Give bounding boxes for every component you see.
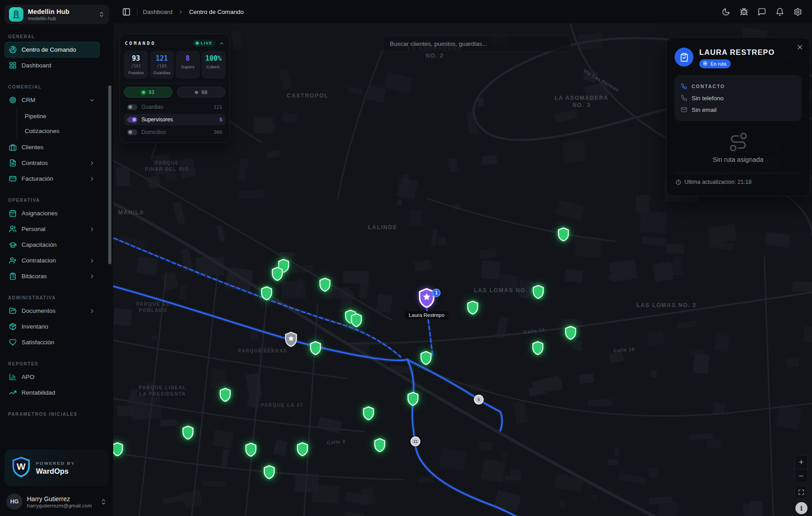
clock-icon xyxy=(675,179,681,185)
workspace-switcher[interactable]: Medellin Hub medellin-hub xyxy=(4,4,109,24)
sidebar-item-pipeline[interactable]: Pipeline xyxy=(25,109,100,124)
map-search-input[interactable]: Buscar clientes, puestos, guardias... xyxy=(383,36,571,52)
stat-puestos: 93 /161 Puestos xyxy=(124,51,148,79)
brand-name: WardOps xyxy=(36,467,75,476)
topbar-feedback-icon[interactable] xyxy=(757,7,767,17)
sidebar-item-facturacion[interactable]: Facturación xyxy=(4,171,100,187)
route-waypoint-marker[interactable]: 11 xyxy=(410,436,420,446)
guard-post-marker[interactable] xyxy=(263,465,275,481)
sidebar-item-contratacion[interactable]: Contratacion xyxy=(4,253,100,268)
guard-post-marker[interactable] xyxy=(319,278,331,294)
guard-post-marker[interactable] xyxy=(565,326,577,342)
sidebar-item-crm[interactable]: CRM xyxy=(4,92,100,108)
svg-text:W: W xyxy=(17,461,26,472)
filter-pill-inactive[interactable]: 68 xyxy=(177,87,225,98)
email-value: Sin email xyxy=(692,107,717,113)
layer-toggle-supervisores[interactable]: Supervisores 5 xyxy=(124,114,225,125)
user-email: harrygutierrezm@gmail.com xyxy=(27,503,96,508)
command-panel-title: COMANDO xyxy=(125,40,193,46)
sidebar-item-rentabilidad[interactable]: Rentabilidad xyxy=(4,385,100,400)
inactive-supervisor-marker[interactable] xyxy=(284,332,298,349)
topbar-settings-icon[interactable] xyxy=(793,7,803,17)
sidebar-item-satisfaccion[interactable]: Satisfacción xyxy=(4,334,100,350)
guard-post-marker[interactable] xyxy=(219,388,231,404)
user-menu[interactable]: HG Harry Gutierrez harrygutierrezm@gmail… xyxy=(4,492,109,512)
sidebar-item-inventario[interactable]: Inventario xyxy=(4,319,100,334)
sidebar-item-contratos[interactable]: Contratos xyxy=(4,155,100,171)
sidebar-item-label: Facturación xyxy=(22,175,84,182)
route-icon xyxy=(675,132,802,152)
sidebar-item-documentos[interactable]: Documentos xyxy=(4,303,100,319)
topbar-notifications-icon[interactable] xyxy=(775,7,785,17)
guard-post-marker[interactable] xyxy=(362,406,375,422)
guard-post-marker[interactable] xyxy=(260,286,273,302)
layer-toggle-guardias[interactable]: Guardias 121 xyxy=(124,101,225,113)
guard-post-marker[interactable] xyxy=(296,442,309,458)
toggle-off[interactable] xyxy=(127,129,137,135)
sidebar-item-label: Centro de Comando xyxy=(22,46,95,53)
collapse-panel-button[interactable] xyxy=(219,40,225,46)
sidebar-item-label: Satisfacción xyxy=(22,339,95,346)
workspace-logo-icon xyxy=(9,7,23,22)
fullscreen-button[interactable] xyxy=(794,485,808,499)
route-empty-text: Sin ruta asignada xyxy=(675,156,802,163)
chevrons-up-down-icon xyxy=(100,498,107,505)
sidebar-item-capacitacion[interactable]: Capacitación xyxy=(4,237,100,253)
sidebar-item-cotizaciones[interactable]: Cotizaciones xyxy=(25,124,100,138)
breadcrumb-dashboard[interactable]: Dashboard xyxy=(143,9,172,15)
zoom-in-button[interactable] xyxy=(795,455,808,469)
live-dot xyxy=(196,42,199,44)
sidebar-item-clientes[interactable]: Clientes xyxy=(4,139,100,155)
chevron-right-icon xyxy=(89,226,95,232)
sidebar-item-bitacoras[interactable]: Bitácoras xyxy=(4,268,100,284)
topbar-divider xyxy=(137,8,137,16)
guard-post-marker[interactable] xyxy=(374,438,386,454)
guard-post-marker[interactable] xyxy=(532,341,544,357)
sidebar-toggle-button[interactable] xyxy=(121,7,132,17)
topbar-debug-icon[interactable] xyxy=(739,7,749,17)
guard-post-marker[interactable] xyxy=(182,426,194,441)
mail-icon xyxy=(681,107,687,113)
chevron-right-icon xyxy=(89,160,95,166)
sidebar-item-label: Contratacion xyxy=(22,257,84,264)
phone-icon xyxy=(681,95,687,101)
filter-pill-active[interactable]: 93 xyxy=(124,87,172,98)
supervisor-detail-card: LAURA RESTREPO En ruta CONTACTO Sin tele… xyxy=(666,37,810,196)
sidebar: Medellin Hub medellin-hub GENERAL Centro… xyxy=(0,0,113,516)
sidebar-subitems: PipelineCotizaciones xyxy=(17,109,100,138)
sidebar-item-label: Documentos xyxy=(22,307,84,314)
guard-post-marker[interactable] xyxy=(467,301,479,316)
guard-post-marker[interactable] xyxy=(407,392,419,408)
sidebar-item-dashboard[interactable]: Dashboard xyxy=(4,58,100,73)
sidebar-scrollbar[interactable] xyxy=(108,85,111,264)
guard-post-marker[interactable] xyxy=(113,442,124,458)
map-attribution-button[interactable]: i xyxy=(795,502,808,514)
sidebar-section-label: PARAMETROS INICIALES xyxy=(8,412,100,417)
sidebar-nav: GENERAL Centro de Comando DashboardCOMER… xyxy=(0,29,113,419)
sidebar-item-label: Clientes xyxy=(22,144,95,151)
chevron-right-icon xyxy=(89,308,95,314)
map-canvas[interactable]: LA ASOMADERANO. 2CASTROPOLLA ASOMADERANO… xyxy=(113,23,812,516)
guard-post-marker[interactable] xyxy=(309,341,322,357)
topbar-dark-mode-icon[interactable] xyxy=(721,7,731,17)
guard-post-marker[interactable] xyxy=(532,285,544,301)
guard-post-marker[interactable] xyxy=(245,443,257,458)
toggle-off[interactable] xyxy=(127,104,137,110)
workspace-name: Medellin Hub xyxy=(28,8,94,15)
guard-post-marker[interactable] xyxy=(271,267,283,283)
layer-toggle-domicilios[interactable]: Domicilios 300 xyxy=(124,126,225,138)
close-card-button[interactable] xyxy=(796,44,803,51)
chevron-right-icon xyxy=(89,273,95,280)
chevrons-up-down-icon xyxy=(98,11,105,18)
sidebar-item-apo[interactable]: APO xyxy=(4,369,100,385)
supervisor-marker[interactable]: 1Laura Restrepo xyxy=(418,288,435,310)
guard-post-marker[interactable] xyxy=(557,227,569,243)
sidebar-item-asignaciones[interactable]: Asignaciones xyxy=(4,205,100,221)
sidebar-item-personal[interactable]: Personal xyxy=(4,221,100,237)
guard-post-marker[interactable] xyxy=(350,313,362,329)
route-waypoint-marker[interactable]: 5 xyxy=(474,395,484,405)
toggle-on[interactable] xyxy=(127,117,137,123)
zoom-out-button[interactable] xyxy=(795,469,808,483)
sidebar-item-centro-de-comando[interactable]: Centro de Comando xyxy=(4,42,100,58)
guard-post-marker[interactable] xyxy=(420,351,432,367)
